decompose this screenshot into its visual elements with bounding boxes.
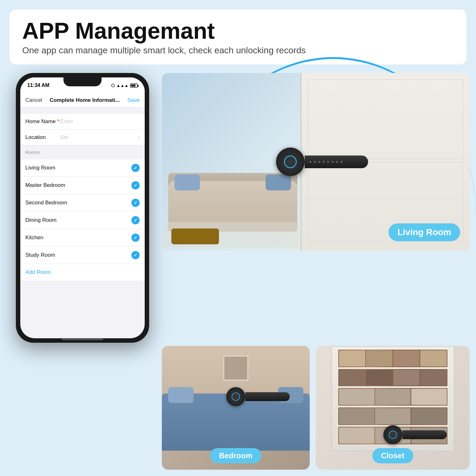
closet-handle-bar	[402, 430, 447, 439]
check-icon: ✓	[131, 199, 140, 207]
chevron-right-icon: ›	[138, 134, 140, 141]
fingerprint-icon	[284, 155, 297, 168]
room-row[interactable]: Master Bedroom ✓	[20, 177, 145, 194]
keypad-dot-4	[323, 161, 325, 163]
check-icon: ✓	[131, 164, 140, 172]
room-row[interactable]: Kitchen ✓	[20, 229, 145, 247]
shelf-2	[338, 369, 447, 387]
living-room-photo: Living Room	[162, 73, 470, 251]
room-name: Kitchen	[25, 235, 131, 241]
room-name: Master Bedroom	[25, 182, 131, 188]
home-name-row[interactable]: Home Name * Enter	[20, 114, 145, 129]
rooms-section: Living Room ✓ Master Bedroom ✓ Second Be…	[20, 159, 145, 264]
home-name-label: Home Name *	[25, 118, 60, 125]
status-icons: ⬡ ▲▲▲	[111, 83, 138, 88]
closet-label: Closet	[372, 448, 413, 463]
keypad-dot-3	[318, 161, 320, 163]
bedroom-label: Bedroom	[210, 448, 261, 463]
app-nav: Cancel Complete Home Informati... Save	[20, 93, 145, 108]
door-panel-upper	[308, 79, 464, 159]
phone-screen: 11:34 AM ⬡ ▲▲▲ Cancel Complete Home Info…	[20, 77, 145, 338]
check-icon: ✓	[131, 181, 140, 189]
shelf-1	[338, 350, 447, 367]
sofa-pillow-left	[175, 175, 200, 190]
battery-icon	[130, 83, 138, 88]
check-icon: ✓	[131, 251, 140, 259]
room-name: Dining Room	[25, 217, 131, 223]
check-icon: ✓	[131, 216, 140, 224]
phone-home-indicator[interactable]	[62, 339, 103, 340]
closet-fingerprint-icon	[389, 431, 397, 439]
closet-photo: Closet	[316, 346, 470, 470]
room-name: Study Room	[25, 252, 131, 258]
bedroom-lock	[226, 387, 245, 406]
room-name: Second Bedroom	[25, 200, 131, 206]
shelf-3	[338, 388, 447, 406]
shelf-4	[338, 407, 447, 425]
bedroom-fingerprint-icon	[232, 393, 240, 401]
location-value: Set	[60, 134, 69, 141]
page-title: APP Managemant	[22, 18, 454, 43]
room-row[interactable]: Dining Room ✓	[20, 212, 145, 229]
add-room-button[interactable]: Add Room	[20, 264, 145, 281]
rooms-section-label: Rooms:	[20, 145, 145, 157]
bluetooth-icon: ⬡	[111, 83, 115, 88]
sofa-pillow-right	[266, 175, 291, 190]
keypad-dot-1	[309, 161, 311, 163]
form-section: Home Name * Enter Location Set ›	[20, 114, 145, 145]
cancel-button[interactable]: Cancel	[25, 97, 42, 103]
bedroom-lock-base	[226, 387, 245, 406]
check-icon: ✓	[131, 234, 140, 242]
closet-lock-base	[383, 425, 402, 444]
signal-icon: ▲▲▲	[116, 83, 129, 88]
room-name: Living Room	[25, 165, 131, 171]
bedroom-handle-bar	[245, 392, 290, 401]
lock-handle	[276, 148, 305, 176]
coffee-table	[171, 228, 219, 244]
living-room-label: Living Room	[388, 223, 460, 241]
room-row[interactable]: Study Room ✓	[20, 247, 145, 264]
handle-bar	[305, 155, 368, 168]
closet-lock	[383, 425, 402, 444]
lock-base	[276, 148, 305, 176]
location-label: Location	[25, 134, 60, 141]
keypad-dot-8	[340, 161, 342, 163]
phone-mockup: 11:34 AM ⬡ ▲▲▲ Cancel Complete Home Info…	[16, 73, 149, 343]
photo-grid: Living Room Bedroom	[162, 73, 470, 470]
nav-title: Complete Home Informati...	[50, 97, 120, 103]
bedroom-photo: Bedroom	[162, 346, 310, 470]
keypad-dot-7	[336, 161, 338, 163]
required-marker: *	[56, 118, 59, 124]
home-name-input[interactable]: Enter	[60, 118, 73, 125]
keypad-dot-2	[314, 161, 316, 163]
location-row[interactable]: Location Set ›	[20, 129, 145, 145]
header-card: APP Managemant One app can manage multip…	[10, 10, 466, 64]
room-row[interactable]: Living Room ✓	[20, 159, 145, 177]
keypad-dot-5	[327, 161, 329, 163]
phone-notch	[63, 77, 102, 86]
room-row[interactable]: Second Bedroom ✓	[20, 194, 145, 212]
page-subtitle: One app can manage multiple smart lock, …	[22, 45, 454, 56]
bedroom-pillow-left	[168, 387, 194, 403]
status-time: 11:34 AM	[27, 83, 50, 88]
bedroom-picture	[223, 355, 248, 381]
keypad-dot-6	[332, 161, 334, 163]
save-button[interactable]: Save	[127, 97, 140, 103]
